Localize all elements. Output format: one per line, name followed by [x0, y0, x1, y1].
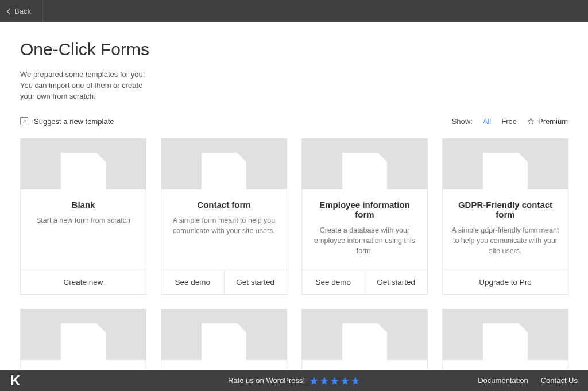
template-body: Contact form A simple form meant to help…: [161, 189, 287, 270]
template-body: GDPR-Friendly contact form A simple gdpr…: [443, 189, 568, 270]
contact-us-link[interactable]: Contact Us: [541, 376, 578, 385]
rate-us[interactable]: Rate us on WordPress!: [228, 376, 360, 385]
template-card-feedback: Customer feedback form: [161, 309, 287, 370]
template-thumb: [443, 309, 568, 360]
template-actions: Create new: [21, 270, 146, 294]
template-desc: Create a database with your employee inf…: [310, 225, 419, 256]
template-card-blank: Blank Start a new form from scratch Crea…: [20, 138, 146, 295]
document-icon: [342, 153, 387, 189]
brand-logo: K: [10, 373, 19, 389]
template-body: Customer feedback form: [161, 360, 287, 370]
template-title: Employee information form: [310, 200, 419, 219]
see-demo-button[interactable]: See demo: [302, 270, 365, 294]
template-card-contact: Contact form A simple form meant to help…: [161, 138, 287, 295]
suggest-template-link[interactable]: ↗ Suggest a new template: [20, 117, 114, 126]
template-thumb: [302, 309, 427, 360]
document-icon: [61, 153, 106, 189]
template-body: Blank Start a new form from scratch: [21, 189, 146, 270]
template-title: Blank: [29, 200, 138, 210]
back-label: Back: [14, 7, 31, 16]
document-icon: [483, 323, 528, 360]
star-icon: [527, 118, 535, 125]
star-icon: [320, 376, 329, 385]
filter-all[interactable]: All: [483, 117, 491, 126]
document-icon: [342, 323, 387, 360]
page-intro: We prepared some templates for you! You …: [20, 69, 158, 102]
template-thumb: [21, 309, 146, 360]
document-icon: [61, 323, 106, 360]
template-thumb: [21, 139, 146, 189]
create-new-button[interactable]: Create new: [21, 270, 146, 294]
rate-label: Rate us on WordPress!: [228, 376, 305, 385]
template-title: GDPR-Friendly contact form: [451, 200, 560, 219]
filter-premium-label: Premium: [538, 117, 568, 126]
template-thumb: [302, 139, 427, 189]
template-desc: A simple form meant to help you comunica…: [169, 215, 278, 236]
chevron-left-icon: [6, 8, 11, 15]
star-icon: [330, 376, 339, 385]
document-icon: [202, 323, 246, 360]
template-body: Art contest: [302, 360, 427, 370]
page-title: One-Click Forms: [20, 40, 568, 59]
back-button[interactable]: Back: [6, 0, 43, 22]
see-demo-button[interactable]: See demo: [161, 270, 224, 294]
template-card-employee: Employee information form Create a datab…: [301, 138, 428, 295]
top-bar: Back: [0, 0, 588, 22]
filter-premium[interactable]: Premium: [527, 117, 568, 126]
template-title: Contact form: [169, 200, 278, 210]
filter-bar: Show: All Free Premium: [452, 117, 568, 126]
footer-links: Documentation Contact Us: [478, 376, 578, 385]
template-grid: Blank Start a new form from scratch Crea…: [20, 138, 568, 370]
footer-bar: K Rate us on WordPress! Documentation Co…: [0, 370, 588, 391]
template-thumb: [443, 139, 568, 189]
suggest-label: Suggest a new template: [34, 117, 114, 126]
template-desc: Start a new form from scratch: [29, 215, 138, 226]
filter-free[interactable]: Free: [501, 117, 517, 126]
toolbar: ↗ Suggest a new template Show: All Free …: [20, 117, 568, 126]
get-started-button[interactable]: Get started: [365, 270, 428, 294]
template-thumb: [161, 309, 287, 360]
star-rating: [310, 376, 360, 385]
filter-show-label: Show:: [452, 117, 473, 126]
template-actions: See demo Get started: [302, 270, 427, 294]
template-thumb: [161, 139, 287, 189]
template-body: Employee information form Create a datab…: [302, 189, 427, 270]
document-icon: [483, 153, 528, 189]
upgrade-pro-button[interactable]: Upgrade to Pro: [443, 270, 568, 294]
documentation-link[interactable]: Documentation: [478, 376, 528, 385]
star-icon: [310, 376, 319, 385]
template-actions: See demo Get started: [161, 270, 287, 294]
document-icon: [202, 153, 246, 189]
template-card-art: Art contest: [301, 309, 428, 370]
template-body: Job application: [443, 360, 568, 370]
template-desc: A simple gdpr-friendly form meant to hel…: [451, 225, 560, 256]
get-started-button[interactable]: Get started: [224, 270, 287, 294]
star-icon: [351, 376, 360, 385]
suggest-icon: ↗: [20, 117, 28, 125]
template-card-job: Job application: [442, 309, 568, 370]
template-body: Appointment form: [21, 360, 146, 370]
star-icon: [341, 376, 350, 385]
template-actions: Upgrade to Pro: [443, 270, 568, 294]
template-card-appointment: Appointment form: [20, 309, 146, 370]
template-card-gdpr: GDPR-Friendly contact form A simple gdpr…: [442, 138, 568, 295]
content-area: One-Click Forms We prepared some templat…: [0, 22, 588, 370]
